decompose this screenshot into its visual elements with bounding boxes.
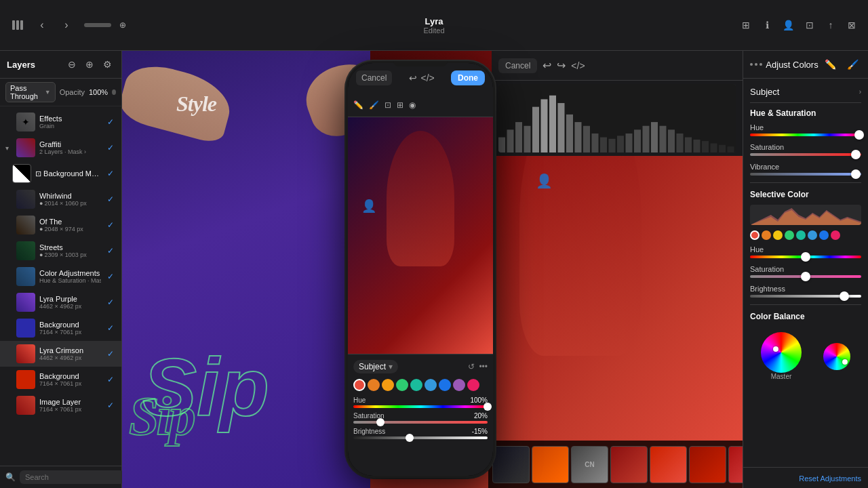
brush-icon[interactable]: 🖌️	[844, 56, 861, 73]
export-button[interactable]: ⊠	[844, 16, 860, 35]
film-thumb-2[interactable]	[532, 446, 569, 483]
phone-reset-icon[interactable]: ↺	[468, 362, 475, 371]
layers-add-icon[interactable]: ⊕	[83, 56, 96, 73]
phone-swatch-red[interactable]	[353, 379, 366, 391]
layer-item-bg-mask[interactable]: ⊡ Background Mask ✓	[0, 161, 121, 186]
layer-check-background-red[interactable]: ✓	[105, 374, 116, 385]
layer-item-effects[interactable]: ✦ Effects Grain ✓	[0, 109, 121, 135]
layers-minus-icon[interactable]: ⊖	[65, 56, 79, 73]
layer-item-whirlwind[interactable]: Whirlwind ● 2014 × 1060 px ✓	[0, 186, 121, 212]
phone-swatch-yellow[interactable]	[382, 379, 394, 391]
phone-sat-thumb[interactable]	[376, 418, 384, 426]
phone-done-button[interactable]: Done	[451, 70, 485, 85]
swatch-orange[interactable]	[762, 230, 771, 240]
redo-button[interactable]: ›	[57, 16, 76, 35]
saturation-slider-thumb[interactable]	[851, 150, 861, 159]
swatch-red[interactable]	[750, 230, 760, 240]
layer-check-whirlwind[interactable]: ✓	[105, 194, 116, 205]
cancel-button[interactable]: Cancel	[498, 58, 537, 73]
phone-code-icon[interactable]: </>	[421, 73, 435, 83]
layer-item-color-adj[interactable]: Color Adjustments Hue & Saturation · Mas…	[0, 264, 121, 289]
layer-check-streets[interactable]: ✓	[105, 245, 116, 256]
hue-slider-thumb[interactable]	[854, 130, 864, 140]
layer-check-purple[interactable]: ✓	[105, 297, 116, 308]
selective-bright-thumb[interactable]	[840, 291, 849, 301]
phone-grid-icon[interactable]: ⊞	[397, 100, 403, 110]
people-button[interactable]: 👤	[781, 16, 796, 35]
phone-brush-icon[interactable]: 🖌️	[369, 100, 379, 110]
layer-check-effects[interactable]: ✓	[105, 117, 116, 127]
selective-sat-thumb[interactable]	[801, 272, 810, 281]
phone-more-icon[interactable]: •••	[479, 362, 488, 371]
sidebar-toggle-button[interactable]	[8, 16, 27, 35]
color-wheel-2-indicator[interactable]	[842, 359, 848, 365]
layer-check-ofthe[interactable]: ✓	[105, 220, 116, 230]
layer-check-image[interactable]: ✓	[105, 400, 116, 411]
phone-swatch-indigo[interactable]	[439, 379, 451, 391]
phone-hue-track[interactable]	[353, 405, 488, 408]
layer-check-crimson[interactable]: ✓	[105, 348, 116, 359]
vibrance-slider-thumb[interactable]	[851, 169, 861, 179]
film-thumb-6[interactable]	[689, 446, 726, 483]
layer-item-streets[interactable]: Streets ● 2309 × 1003 px ✓	[0, 238, 121, 264]
undo-button[interactable]: ‹	[33, 16, 52, 35]
crop-button[interactable]: ⊡	[802, 16, 817, 35]
reset-adjustments-button[interactable]: Reset Adjustments	[799, 474, 861, 483]
phone-circle-icon[interactable]: ◉	[409, 100, 416, 110]
phone-hue-thumb[interactable]	[484, 403, 492, 411]
swatch-pink[interactable]	[831, 230, 840, 240]
color-wheel-2[interactable]	[823, 343, 850, 370]
layer-check-graffiti[interactable]: ✓	[105, 142, 116, 153]
zoom-slider[interactable]	[84, 23, 111, 27]
blend-mode-dropdown[interactable]: Pass Through ▼	[5, 82, 56, 102]
opacity-dot[interactable]	[112, 89, 116, 95]
phone-swatch-purple[interactable]	[453, 379, 465, 391]
pencil-icon[interactable]: ✏️	[822, 56, 839, 73]
phone-swatch-blue[interactable]	[425, 379, 437, 391]
swatch-indigo[interactable]	[819, 230, 829, 240]
phone-bright-thumb[interactable]	[406, 434, 414, 442]
vibrance-slider-track[interactable]	[750, 173, 861, 176]
film-thumb-4[interactable]	[610, 446, 648, 483]
swatch-teal[interactable]	[796, 230, 806, 240]
saturation-slider-track[interactable]	[750, 153, 861, 156]
hist-code-button[interactable]: </>	[571, 60, 585, 71]
selective-sat-track[interactable]	[750, 275, 861, 278]
layers-panel-button[interactable]: ⊞	[738, 16, 753, 35]
film-thumb-5[interactable]	[650, 446, 687, 483]
hist-undo-button[interactable]: ↩	[542, 59, 551, 72]
layer-item-graffiti[interactable]: ▾ Graffiti 2 Layers · Mask › ✓	[0, 135, 121, 161]
layer-item-image-layer[interactable]: Image Layer 7164 × 7061 px ✓	[0, 392, 121, 418]
layer-check-coloradj[interactable]: ✓	[105, 271, 116, 282]
swatch-blue[interactable]	[808, 230, 817, 240]
phone-cancel-button[interactable]: Cancel	[356, 70, 392, 85]
info-button[interactable]: ℹ	[759, 16, 774, 35]
selective-hue-thumb[interactable]	[801, 252, 810, 262]
layer-check-background-blue[interactable]: ✓	[105, 323, 116, 333]
phone-bright-track[interactable]	[353, 436, 488, 439]
phone-swatch-teal[interactable]	[410, 379, 422, 391]
layer-item-lyra-crimson[interactable]: Lyra Crimson 4462 × 4962 px ✓	[0, 341, 121, 367]
layer-item-lyra-purple[interactable]: Lyra Purple 4462 × 4962 px ✓	[0, 289, 121, 315]
layer-check-bg-mask[interactable]: ✓	[105, 168, 116, 179]
swatch-green[interactable]	[785, 230, 794, 240]
phone-subject-label[interactable]: Subject ▾	[353, 360, 398, 373]
layers-settings-icon[interactable]: ⚙	[100, 56, 115, 73]
phone-undo-icon[interactable]: ↩	[409, 73, 417, 83]
layers-search-input[interactable]	[20, 470, 124, 484]
swatch-yellow[interactable]	[773, 230, 783, 240]
phone-sat-track[interactable]	[353, 421, 488, 424]
layer-item-background-red[interactable]: Background 7164 × 7061 px ✓	[0, 367, 121, 392]
share-button[interactable]: ↑	[823, 16, 838, 35]
film-thumb-1[interactable]	[492, 446, 530, 483]
phone-pencil-icon[interactable]: ✏️	[353, 100, 363, 110]
film-thumb-3[interactable]: CN	[571, 446, 608, 483]
hue-slider-track[interactable]	[750, 134, 861, 136]
phone-swatch-green[interactable]	[396, 379, 408, 391]
film-thumb-7[interactable]	[728, 446, 743, 483]
color-wheel[interactable]	[761, 332, 802, 373]
phone-swatch-pink[interactable]	[467, 379, 479, 391]
selective-bright-track[interactable]	[750, 295, 861, 298]
color-wheel-indicator[interactable]	[773, 346, 778, 352]
layer-item-ofthe[interactable]: Of The ● 2048 × 974 px ✓	[0, 212, 121, 238]
